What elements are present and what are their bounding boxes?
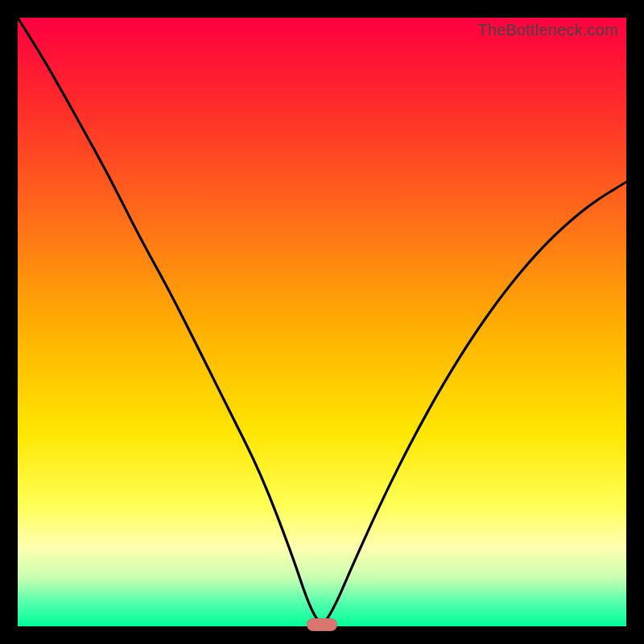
- chart-frame: TheBottleneck.com: [0, 0, 644, 644]
- plot-area: TheBottleneck.com: [18, 18, 626, 626]
- curve-path: [18, 18, 626, 621]
- optimal-marker: [307, 618, 337, 631]
- bottleneck-curve: [18, 18, 626, 626]
